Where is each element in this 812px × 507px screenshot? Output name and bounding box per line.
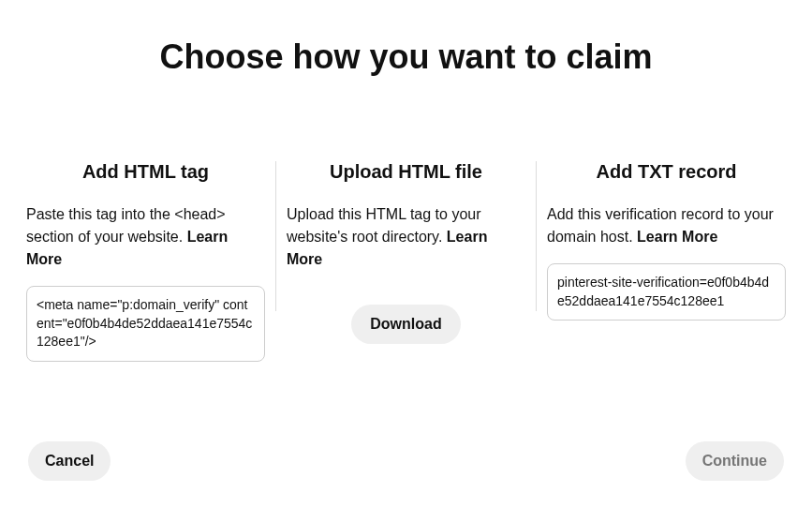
download-button-wrap: Download [287,305,525,344]
option-txt-record-desc-wrap: Add this verification record to your dom… [547,203,786,248]
claim-options: Add HTML tag Paste this tag into the <he… [14,161,798,362]
option-html-tag-title: Add HTML tag [26,161,265,183]
page-title: Choose how you want to claim [14,37,798,77]
option-html-tag-desc-wrap: Paste this tag into the <head> section o… [26,203,265,271]
html-tag-code-box[interactable]: <meta name="p:domain_verify" content="e0… [26,286,265,362]
cancel-button[interactable]: Cancel [28,441,111,481]
option-html-tag: Add HTML tag Paste this tag into the <he… [17,161,274,362]
divider [536,161,537,311]
txt-record-code-box[interactable]: pinterest-site-verification=e0f0b4b4de52… [547,263,786,321]
divider [275,161,276,311]
download-button[interactable]: Download [351,305,460,344]
option-txt-record-title: Add TXT record [547,161,786,183]
option-txt-record-learn-more[interactable]: Learn More [637,229,717,245]
continue-button[interactable]: Continue [686,441,784,481]
footer: Cancel Continue [28,441,784,481]
option-html-file-desc-wrap: Upload this HTML tag to your website's r… [287,203,525,271]
option-html-file-title: Upload HTML file [287,161,525,183]
option-txt-record: Add TXT record Add this verification rec… [538,161,795,362]
option-html-file: Upload HTML file Upload this HTML tag to… [277,161,535,362]
